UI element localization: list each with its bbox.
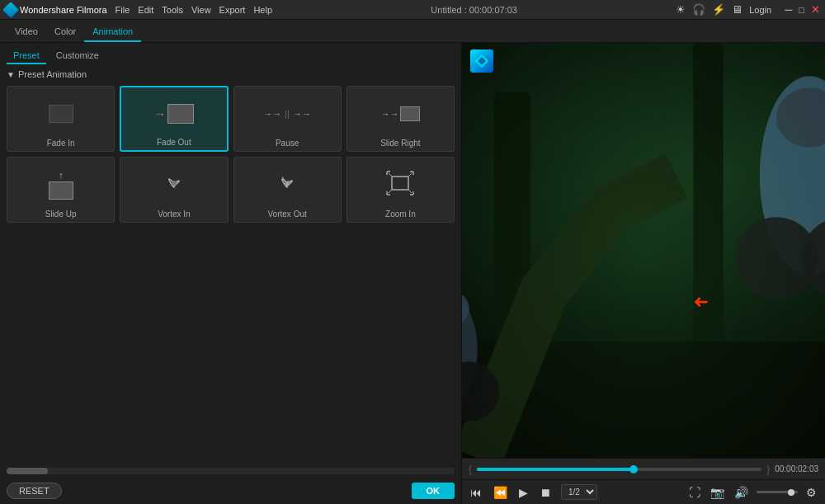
time-display: 00:00:02:03: [775, 464, 818, 473]
play-button[interactable]: ▶: [517, 484, 530, 501]
menu-view[interactable]: View: [191, 5, 211, 15]
preset-section: ▼ Preset Animation Fade In: [0, 64, 461, 464]
reset-button[interactable]: RESET: [7, 483, 62, 499]
anim-label-pause: Pause: [276, 139, 299, 148]
volume-thumb[interactable]: [788, 489, 794, 496]
bracket-right-icon: }: [766, 464, 770, 475]
preset-header[interactable]: ▼ Preset Animation: [7, 69, 455, 79]
collapse-arrow-icon: ▼: [7, 70, 15, 79]
main-tab-bar: Video Color Animation: [0, 20, 825, 43]
scroll-thumb[interactable]: [7, 468, 48, 474]
headphone-icon[interactable]: 🎧: [692, 3, 705, 16]
brightness-icon[interactable]: ☀: [676, 3, 686, 16]
svg-line-6: [408, 190, 412, 193]
progress-thumb[interactable]: [629, 465, 638, 473]
anim-label-slide-up: Slide Up: [45, 210, 77, 219]
menu-edit[interactable]: Edit: [138, 5, 153, 15]
video-preview: ➜: [462, 43, 825, 458]
titlebar: Wondershare Filmora File Edit Tools View…: [0, 0, 825, 20]
svg-line-5: [389, 190, 392, 193]
svg-rect-2: [392, 177, 408, 190]
anim-preview-slide-up: ↑: [11, 163, 111, 207]
animation-grid: Fade In → Fade Out: [7, 86, 455, 223]
anim-card-pause[interactable]: →→ || →→ Pause: [233, 86, 342, 152]
volume-slider-container[interactable]: [757, 491, 798, 493]
pause-arrow-left-icon: →→: [263, 109, 281, 119]
fullscreen-button[interactable]: ⛶: [687, 484, 702, 501]
stop-button[interactable]: ⏹: [538, 484, 553, 501]
arrow-right-icon: →: [154, 107, 166, 120]
anim-preview-vortex-out: [238, 163, 337, 207]
window-title: Untitled : 00:00:07:03: [272, 5, 676, 15]
flash-icon[interactable]: ⚡: [712, 3, 725, 16]
close-button[interactable]: ✕: [811, 3, 820, 16]
anim-card-slide-right[interactable]: →→ Slide Right: [346, 86, 455, 152]
left-panel: Preset Customize ▼ Preset Animation Fade…: [0, 43, 462, 504]
anim-preview-pause: →→ || →→: [238, 92, 337, 136]
anim-card-slide-up[interactable]: ↑ Slide Up: [7, 157, 115, 223]
playback-speed-select[interactable]: 1/2 1/1: [561, 484, 597, 500]
scroll-bar[interactable]: [7, 468, 455, 474]
right-controls: ⛶ 📷 🔊 ⚙: [687, 484, 818, 501]
anim-label-vortex-in: Vortex In: [158, 210, 190, 219]
anim-card-fade-in[interactable]: Fade In: [7, 86, 115, 152]
filmora-logo-overlay: [470, 49, 493, 73]
screenshot-button[interactable]: 📷: [709, 484, 726, 501]
anim-preview-zoom-in: [351, 163, 450, 207]
sub-tab-preset[interactable]: Preset: [7, 48, 46, 64]
right-panel: ➜ { } 00:00:02:03 ⏮ ⏪ ▶ ⏹: [462, 43, 825, 504]
anim-label-fade-in: Fade In: [47, 139, 75, 148]
logo-diamond-icon: [2, 2, 19, 18]
login-button[interactable]: Login: [749, 5, 771, 15]
sub-tab-customize[interactable]: Customize: [50, 48, 106, 64]
panel-bottom: RESET OK: [0, 478, 461, 504]
progress-track[interactable]: [477, 468, 761, 471]
anim-preview-slide-right: →→: [351, 92, 450, 136]
anim-card-vortex-out[interactable]: Vortex Out: [233, 157, 342, 223]
pause-bar-icon: ||: [285, 109, 290, 119]
anim-preview-fade-out: →: [125, 92, 223, 135]
menu-export[interactable]: Export: [219, 5, 246, 15]
anim-label-vortex-out: Vortex Out: [268, 210, 307, 219]
menu-file[interactable]: File: [116, 5, 130, 15]
progress-fill: [477, 468, 634, 471]
minimize-button[interactable]: ─: [785, 3, 792, 16]
step-back-button[interactable]: ⏪: [492, 484, 509, 501]
screen-icon[interactable]: 🖥: [732, 3, 742, 16]
svg-point-0: [172, 181, 177, 186]
slide-up-arrow-icon: ↑: [59, 170, 64, 181]
titlebar-icons[interactable]: ☀ 🎧 ⚡ 🖥 Login ─ □ ✕: [676, 3, 820, 16]
bracket-left-icon: {: [469, 464, 472, 475]
maximize-button[interactable]: □: [799, 5, 804, 15]
anim-label-fade-out: Fade Out: [157, 138, 191, 147]
anim-card-zoom-in[interactable]: Zoom In: [346, 157, 455, 223]
anim-label-zoom-in: Zoom In: [385, 210, 416, 219]
volume-button[interactable]: 🔊: [733, 484, 750, 501]
app-logo: Wondershare Filmora: [5, 4, 107, 16]
slide-right-arrow-icon: →→: [380, 109, 398, 119]
volume-track[interactable]: [757, 491, 798, 493]
app-name: Wondershare Filmora: [20, 5, 107, 15]
anim-label-slide-right: Slide Right: [380, 139, 420, 148]
menu-tools[interactable]: Tools: [162, 5, 183, 15]
anim-card-vortex-in[interactable]: Vortex In: [120, 157, 228, 223]
anim-preview-fade-in: [11, 92, 111, 136]
menu-bar[interactable]: File Edit Tools View Export Help: [116, 5, 272, 15]
sub-tab-bar: Preset Customize: [0, 43, 461, 64]
settings-button[interactable]: ⚙: [804, 484, 818, 501]
anim-preview-vortex-in: [124, 163, 224, 207]
controls-bar: ⏮ ⏪ ▶ ⏹ 1/2 1/1 ⛶ 📷 🔊 ⚙: [462, 479, 825, 504]
video-scene: ➜: [462, 43, 825, 458]
tab-video[interactable]: Video: [7, 22, 46, 42]
tab-animation[interactable]: Animation: [84, 22, 141, 42]
anim-card-fade-out[interactable]: → Fade Out: [120, 86, 228, 152]
skip-back-button[interactable]: ⏮: [469, 484, 483, 501]
playback-bar: { } 00:00:02:03: [462, 458, 825, 479]
svg-line-3: [389, 173, 392, 177]
ok-button[interactable]: OK: [412, 483, 455, 499]
main-content: Preset Customize ▼ Preset Animation Fade…: [0, 43, 825, 504]
pause-arrow-right-icon: →→: [293, 109, 311, 119]
menu-help[interactable]: Help: [253, 5, 272, 15]
preset-header-label: Preset Animation: [18, 69, 87, 79]
tab-color[interactable]: Color: [46, 22, 84, 42]
